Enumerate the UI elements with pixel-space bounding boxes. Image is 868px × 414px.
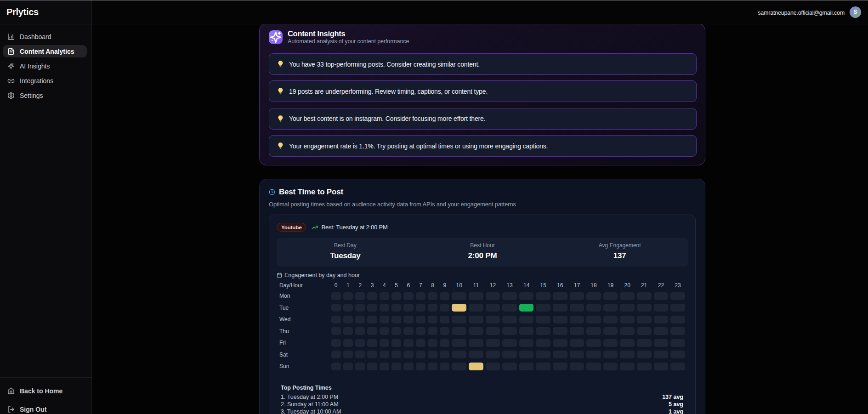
heatmap-cell (452, 327, 466, 335)
heatmap-cell (355, 327, 365, 335)
heatmap-day-label: Tue (277, 302, 330, 314)
heatmap-cell (440, 351, 449, 358)
lightbulb-icon (277, 115, 284, 123)
heatmap-cell (570, 304, 584, 312)
heatmap-cell (367, 351, 377, 358)
heatmap-cell (428, 363, 437, 370)
heatmap-cell (586, 316, 601, 323)
file-text-icon (7, 48, 15, 55)
sidebar-item-settings[interactable]: Settings (3, 89, 87, 102)
heatmap-cell (620, 351, 635, 358)
heatmap-cell (502, 327, 517, 335)
stat-value: 137 (551, 251, 688, 261)
heatmap-cell (536, 351, 550, 358)
heatmap-cell (637, 351, 652, 358)
sidebar-item-ai-insights[interactable]: AI Insights (3, 60, 87, 72)
heatmap-hour-label: 14 (518, 280, 535, 290)
stat-label: Best Day (277, 242, 414, 249)
stat-best-day: Best DayTuesday (277, 242, 414, 261)
sidebar-footer-label: Sign Out (20, 406, 46, 413)
heatmap-hour-label: 9 (439, 280, 451, 290)
heatmap-cell (502, 316, 517, 323)
content-insights-title: Content Insights (288, 30, 409, 38)
heatmap-cell (428, 292, 437, 300)
heatmap-cell (553, 351, 567, 358)
heatmap-cell (570, 363, 584, 370)
heatmap-hour-label: 3 (366, 280, 378, 290)
stat-label: Avg Engagement (551, 242, 688, 249)
heatmap-cell (486, 339, 500, 347)
heatmap-cell (553, 316, 567, 323)
heatmap-cell (620, 327, 635, 335)
heatmap-cell (367, 292, 377, 300)
heatmap-day-label: Fri (277, 337, 330, 349)
heatmap-hour-label: 15 (535, 280, 552, 290)
heatmap-cell (331, 327, 341, 335)
stats-panel: Best DayTuesdayBest Hour2:00 PMAvg Engag… (277, 238, 688, 267)
heatmap-cell (428, 351, 437, 358)
top-posting-label: 3. Tuesday at 10:00 AM (281, 408, 341, 414)
content-area: Content Insights Automated analysis of y… (259, 23, 705, 414)
heatmap-cell (536, 339, 550, 347)
heatmap-cell (654, 339, 669, 347)
heatmap-cell (637, 327, 652, 335)
heatmap-cell (519, 304, 534, 312)
heatmap-cell (586, 292, 601, 300)
sidebar-item-dashboard[interactable]: Dashboard (3, 30, 87, 43)
heatmap-cell (536, 292, 550, 300)
heatmap-cell (469, 316, 483, 323)
platform-badge-label: Youtube (281, 225, 301, 230)
sidebar-item-integrations[interactable]: Integrations (3, 74, 87, 87)
heatmap-cell (343, 363, 353, 370)
heatmap-cell (637, 316, 652, 323)
best-summary: Best: Tuesday at 2:00 PM (321, 224, 387, 231)
heatmap-cell (469, 292, 483, 300)
heatmap-cell (637, 363, 652, 370)
engagement-heatmap: Day/Hour01234567891011121314151617181920… (277, 280, 686, 373)
heatmap-cell (367, 327, 377, 335)
heatmap-day-row: Fri (277, 337, 686, 349)
sidebar-footer-label: Back to Home (20, 387, 62, 395)
heatmap-cell (486, 316, 500, 323)
sidebar-footer-sign-out[interactable]: Sign Out (3, 403, 87, 414)
heatmap-cell (367, 363, 377, 370)
avatar[interactable]: S (850, 6, 861, 18)
platform-card: Youtube Best: Tuesday at 2:00 PM Best Da… (269, 215, 696, 414)
platform-badge[interactable]: Youtube (277, 223, 306, 232)
heatmap-cell (603, 327, 618, 335)
heatmap-cell (331, 351, 341, 358)
stat-value: 2:00 PM (414, 251, 551, 261)
insight-text: Your engagement rate is 1.1%. Try postin… (289, 142, 548, 150)
heatmap-cell (570, 351, 584, 358)
heatmap-cell (391, 351, 401, 358)
heatmap-cell (355, 339, 365, 347)
top-posting-value: 137 avg (662, 394, 683, 400)
stat-avg-engagement: Avg Engagement137 (551, 242, 688, 261)
heatmap-cell (367, 316, 377, 323)
calendar-icon (277, 272, 282, 278)
sidebar-item-content-analytics[interactable]: Content Analytics (3, 45, 87, 57)
heatmap-cell (654, 304, 669, 312)
heatmap-cell (416, 339, 425, 347)
lightbulb-icon (277, 87, 284, 95)
heatmap-cell (670, 351, 685, 358)
heatmap-cell (403, 304, 413, 312)
heatmap-cell (654, 363, 669, 370)
heatmap-day-row: Sat (277, 349, 686, 361)
sidebar-footer-back-to-home[interactable]: Back to Home (3, 385, 87, 397)
top-posting-section: Top Posting Times 1. Tuesday at 2:00 PM1… (277, 385, 688, 414)
heatmap-day-label: Mon (277, 290, 330, 302)
insight-box: Your best content is on instagram. Consi… (269, 108, 697, 130)
insight-text: 19 posts are underperforming. Review tim… (289, 88, 488, 95)
heatmap-cell (367, 304, 377, 312)
heatmap-cell (654, 327, 669, 335)
heatmap-hour-label: 0 (330, 280, 342, 290)
heatmap-day-row: Sun (277, 361, 686, 373)
top-posting-row: 2. Sunday at 11:00 AM5 avg (281, 401, 683, 408)
content-insights-header: Content Insights Automated analysis of y… (269, 30, 697, 44)
heatmap-corner-label: Day/Hour (277, 280, 330, 290)
heatmap-cell (416, 292, 425, 300)
heatmap-cell (355, 304, 365, 312)
heatmap-hour-label: 23 (669, 280, 686, 290)
heatmap-cell (502, 304, 517, 312)
